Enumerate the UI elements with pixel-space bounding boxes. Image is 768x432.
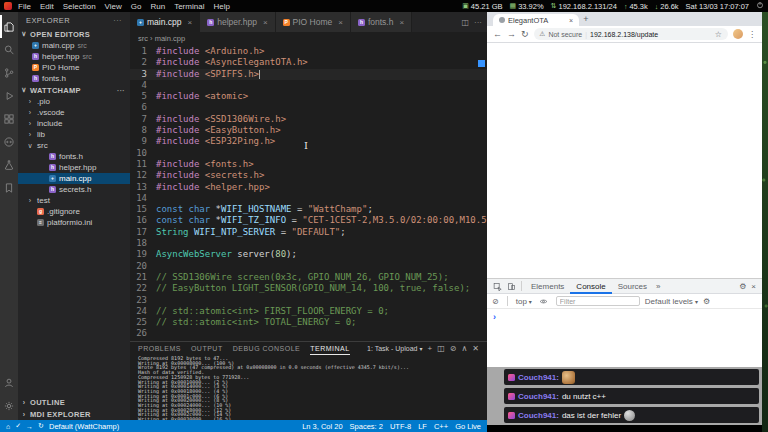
tree-item-secrets-h[interactable]: hsecrets.h bbox=[18, 184, 130, 195]
close-tab-icon[interactable]: × bbox=[263, 18, 268, 27]
tree-item-fonts-h[interactable]: hfonts.h bbox=[18, 151, 130, 162]
menu-terminal[interactable]: Terminal bbox=[174, 2, 204, 11]
tab-main-cpp[interactable]: +main.cpp× bbox=[130, 12, 200, 32]
panel-tab-output[interactable]: OUTPUT bbox=[191, 342, 223, 355]
address-bar[interactable]: ⚠ Not secure | 192.168.2.138/update ☆ bbox=[534, 28, 728, 40]
code-area[interactable]: 1#include <Arduino.h>2#include <AsyncEle… bbox=[130, 45, 487, 341]
run-debug-icon[interactable] bbox=[0, 84, 18, 107]
console-output[interactable]: › bbox=[487, 309, 762, 367]
source-control-icon[interactable] bbox=[0, 61, 18, 84]
new-tab-button[interactable]: + bbox=[579, 14, 593, 24]
pio-home-icon[interactable]: ⌂ bbox=[6, 423, 10, 430]
clear-console-icon[interactable]: ⊘ bbox=[492, 297, 499, 306]
open-editor-item[interactable]: hfonts.h bbox=[18, 73, 130, 84]
pio-refresh-icon[interactable]: ↻ bbox=[38, 422, 44, 430]
split-terminal-icon[interactable]: ◫ bbox=[437, 344, 445, 353]
devtools-tab-console[interactable]: Console bbox=[570, 279, 611, 294]
project-header[interactable]: ∨ WATTCHAMP ··· bbox=[18, 84, 130, 96]
menu-run[interactable]: Run bbox=[150, 2, 165, 11]
close-panel-icon[interactable]: ✕ bbox=[472, 344, 479, 353]
profile-avatar[interactable] bbox=[733, 29, 743, 39]
section-mdi-explorer[interactable]: ›MDI EXPLORER bbox=[18, 408, 130, 420]
browser-viewport[interactable] bbox=[487, 43, 762, 278]
open-editor-item[interactable]: PPIO Home bbox=[18, 62, 130, 73]
browser-tab-elegantota[interactable]: ElegantOTA × bbox=[493, 14, 579, 26]
panel-tab-terminal[interactable]: TERMINAL bbox=[310, 342, 349, 355]
tree-item--gitignore[interactable]: g.gitignore bbox=[18, 206, 130, 217]
terminal-output[interactable]: Compressed 8192 bytes to 47...Writing at… bbox=[130, 355, 487, 420]
status-utf-8[interactable]: UTF-8 bbox=[390, 422, 411, 431]
extensions-icon[interactable] bbox=[0, 107, 18, 130]
bookmark-icon[interactable] bbox=[0, 176, 18, 199]
console-filter-input[interactable] bbox=[556, 296, 640, 306]
frame-selector[interactable]: top ▾ bbox=[516, 297, 532, 306]
tree-item-src[interactable]: ∨src bbox=[18, 140, 130, 151]
open-editors-header[interactable]: ∨ OPEN EDITORS bbox=[18, 28, 130, 40]
close-tab-icon[interactable]: × bbox=[188, 18, 193, 27]
account-icon[interactable] bbox=[0, 371, 18, 394]
distro-logo-icon[interactable] bbox=[4, 2, 12, 10]
menu-edit[interactable]: Edit bbox=[40, 2, 54, 11]
tree-item-include[interactable]: ›include bbox=[18, 118, 130, 129]
terminal-selector[interactable]: 1: Task - Upload ▾ bbox=[367, 345, 422, 352]
status-lf[interactable]: LF bbox=[418, 422, 427, 431]
devtools-settings-icon[interactable]: ⚙ bbox=[739, 282, 746, 291]
tree-item-lib[interactable]: ›lib bbox=[18, 129, 130, 140]
status-spaces-2[interactable]: Spaces: 2 bbox=[350, 422, 383, 431]
power-icon[interactable] bbox=[756, 1, 764, 11]
test-flask-icon[interactable] bbox=[0, 153, 18, 176]
section-outline[interactable]: ›OUTLINE bbox=[18, 396, 130, 408]
status-ln-3-col-20[interactable]: Ln 3, Col 20 bbox=[302, 422, 342, 431]
close-tab-icon[interactable]: × bbox=[399, 18, 404, 27]
open-editor-item[interactable]: hhelper.hppsrc bbox=[18, 51, 130, 62]
device-toolbar-icon[interactable] bbox=[504, 282, 518, 291]
tab-fonts-h[interactable]: hfonts.h× bbox=[351, 12, 412, 32]
kill-terminal-icon[interactable]: ⊘ bbox=[450, 344, 457, 353]
log-levels-selector[interactable]: Default levels ▾ bbox=[645, 297, 698, 306]
tree-item--pio[interactable]: ›.pio bbox=[18, 96, 130, 107]
project-actions-icons[interactable]: ··· bbox=[117, 87, 128, 94]
tab-helper-hpp[interactable]: hhelper.hpp× bbox=[200, 12, 275, 32]
browser-menu-icon[interactable]: ⋮ bbox=[748, 30, 756, 39]
devtools-close-icon[interactable]: × bbox=[751, 282, 756, 291]
split-editor-icon[interactable]: ◫ bbox=[461, 18, 469, 27]
close-tab-icon[interactable]: × bbox=[569, 17, 573, 24]
pio-build-icon[interactable]: ✓ bbox=[15, 422, 21, 430]
menu-help[interactable]: Help bbox=[213, 2, 229, 11]
pio-env-label[interactable]: Default (WattChamp) bbox=[49, 422, 119, 431]
live-expression-eye-icon[interactable] bbox=[537, 297, 551, 306]
forward-button[interactable]: → bbox=[507, 29, 516, 39]
files-icon[interactable] bbox=[0, 15, 18, 38]
editor-more-icon[interactable]: ··· bbox=[474, 18, 482, 27]
console-prompt[interactable]: › bbox=[487, 309, 762, 325]
tree-item-main-cpp[interactable]: +main.cpp bbox=[18, 173, 130, 184]
menu-selection[interactable]: Selection bbox=[63, 2, 96, 11]
new-terminal-icon[interactable]: + bbox=[428, 344, 433, 353]
breadcrumb[interactable]: src › main.cpp bbox=[130, 32, 487, 45]
console-settings-icon[interactable]: ⚙ bbox=[703, 297, 710, 306]
status-c-[interactable]: C++ bbox=[434, 422, 448, 431]
inspect-element-icon[interactable] bbox=[490, 282, 504, 291]
bookmark-star-icon[interactable]: ☆ bbox=[715, 30, 722, 39]
devtools-tab-elements[interactable]: Elements bbox=[525, 279, 570, 294]
close-tab-icon[interactable]: × bbox=[338, 18, 343, 27]
pio-upload-icon[interactable]: → bbox=[26, 423, 33, 430]
settings-gear-icon[interactable] bbox=[0, 394, 18, 417]
panel-tab-problems[interactable]: PROBLEMS bbox=[138, 342, 181, 355]
open-editor-item[interactable]: +main.cppsrc bbox=[18, 40, 130, 51]
maximize-panel-icon[interactable]: ∧ bbox=[461, 344, 467, 353]
menu-file[interactable]: File bbox=[18, 2, 31, 11]
tree-item-test[interactable]: ›test bbox=[18, 195, 130, 206]
menu-go[interactable]: Go bbox=[131, 2, 142, 11]
sidebar-more-icon[interactable]: ··· bbox=[113, 16, 122, 25]
tree-item--vscode[interactable]: ›.vscode bbox=[18, 107, 130, 118]
tree-item-platformio-ini[interactable]: ≡platformio.ini bbox=[18, 217, 130, 228]
menu-view[interactable]: View bbox=[105, 2, 122, 11]
platformio-icon[interactable] bbox=[0, 130, 18, 153]
search-icon[interactable] bbox=[0, 38, 18, 61]
tab-pio-home[interactable]: PPIO Home× bbox=[276, 12, 351, 32]
tree-item-helper-hpp[interactable]: hhelper.hpp bbox=[18, 162, 130, 173]
reload-button[interactable]: ↻ bbox=[521, 29, 529, 39]
devtools-tab-sources[interactable]: Sources bbox=[612, 279, 653, 294]
back-button[interactable]: ← bbox=[493, 29, 502, 39]
